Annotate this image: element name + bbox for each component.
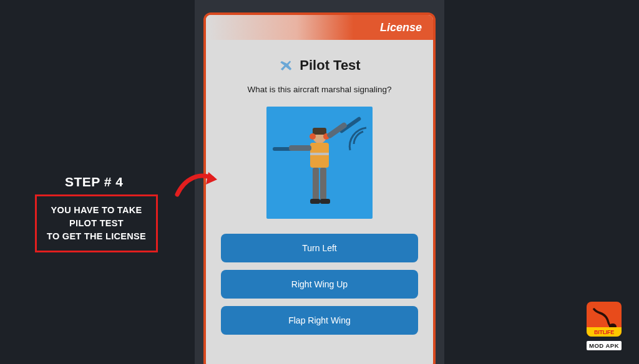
dialog-header: License — [206, 15, 433, 40]
svg-rect-11 — [320, 168, 326, 200]
step-line-3: TO GET THE LICENSE — [47, 230, 146, 243]
step-description-box: YOU HAVE TO TAKE PILOT TEST TO GET THE L… — [35, 194, 158, 252]
svg-point-4 — [310, 133, 316, 140]
pilot-test-dialog: License Pilot Test What is this aircraft… — [203, 12, 436, 364]
app-subtitle: MOD APK — [587, 341, 622, 350]
dialog-header-title: License — [380, 21, 422, 34]
svg-rect-8 — [289, 145, 311, 151]
dialog-title-row: Pilot Test — [278, 57, 360, 74]
curved-arrow-icon — [172, 167, 222, 204]
app-badge: BITLIFE MOD APK — [584, 302, 624, 350]
answer-list: Turn Left Right Wing Up Flap Right Wing — [221, 234, 418, 335]
step-label: STEP # 4 — [65, 175, 158, 189]
question-text: What is this aircraft marshal signaling? — [247, 85, 391, 94]
dialog-title: Pilot Test — [300, 57, 360, 74]
app-name: BITLIFE — [594, 329, 614, 335]
dialog-body: Pilot Test What is this aircraft marshal… — [206, 40, 433, 350]
step-callout: STEP # 4 YOU HAVE TO TAKE PILOT TEST TO … — [35, 175, 158, 252]
svg-rect-10 — [313, 168, 319, 200]
svg-rect-12 — [310, 199, 320, 204]
phone-screenshot-column: License Pilot Test What is this aircraft… — [195, 0, 444, 364]
app-name-bar: BITLIFE — [587, 327, 622, 337]
airplane-icon — [278, 58, 293, 73]
step-line-2: PILOT TEST — [47, 217, 146, 230]
step-line-1: YOU HAVE TO TAKE — [47, 204, 146, 217]
answer-option-1[interactable]: Turn Left — [221, 234, 418, 262]
aircraft-marshal-figure — [266, 107, 373, 219]
bitlife-app-icon: BITLIFE — [587, 302, 622, 337]
answer-option-2[interactable]: Right Wing Up — [221, 270, 418, 299]
svg-rect-13 — [320, 199, 330, 204]
answer-option-3[interactable]: Flap Right Wing — [221, 306, 418, 335]
svg-rect-7 — [310, 153, 329, 155]
svg-rect-3 — [313, 128, 326, 135]
